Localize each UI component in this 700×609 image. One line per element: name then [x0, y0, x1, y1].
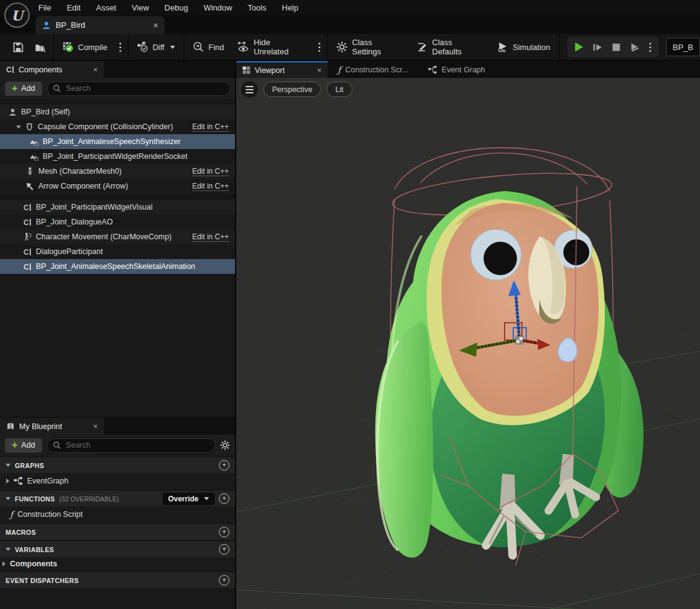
class-settings-button[interactable]: Class Settings — [330, 34, 410, 60]
viewport-tab[interactable]: Viewport × — [236, 61, 328, 78]
browse-asset-button[interactable] — [29, 34, 51, 60]
my-blueprint-toolbar: +Add — [0, 435, 235, 456]
add-event-dispatcher-button[interactable]: + — [219, 575, 229, 586]
component-row-widget-visual[interactable]: C BP_Joint_ParticipantWidgetVisual — [0, 200, 235, 215]
add-function-button[interactable]: + — [219, 493, 229, 504]
expander-right-icon[interactable] — [2, 561, 6, 566]
my-blueprint-search-input[interactable] — [65, 440, 209, 450]
event-graph-tab[interactable]: Event Graph — [418, 61, 495, 78]
menu-view[interactable]: View — [132, 3, 149, 12]
override-dropdown[interactable]: Override — [163, 493, 215, 505]
add-macro-button[interactable]: + — [219, 527, 229, 537]
compile-options-kebab[interactable] — [114, 34, 126, 60]
plus-icon: + — [12, 440, 17, 450]
arrow-component-icon — [26, 182, 34, 190]
find-icon — [193, 41, 204, 53]
class-defaults-button[interactable]: Class Defaults — [410, 34, 490, 60]
edit-in-cpp-link[interactable]: Edit in C++ — [192, 182, 229, 191]
lit-dropdown[interactable]: Lit — [327, 82, 352, 97]
save-button[interactable] — [7, 34, 29, 60]
components-tree: BP_Bird (Self) Capsule Component (Collis… — [0, 99, 235, 274]
bird-left-eye — [471, 229, 521, 280]
frame-skip-button[interactable] — [589, 36, 607, 57]
my-blueprint-tab-close-icon[interactable]: × — [93, 422, 98, 431]
expander-down-icon — [6, 497, 11, 500]
viewport-menu-button[interactable] — [241, 81, 258, 98]
unreal-logo-icon[interactable]: U — [4, 2, 30, 28]
edit-in-cpp-link[interactable]: Edit in C++ — [192, 232, 229, 242]
find-button[interactable]: Find — [186, 34, 231, 60]
blueprint-component-icon: C — [23, 248, 32, 256]
viewport-3d-scene[interactable]: Perspective Lit — [236, 78, 700, 609]
variables-components-category-row[interactable]: Components — [0, 557, 235, 571]
menu-tools[interactable]: Tools — [247, 3, 266, 12]
menu-edit[interactable]: Edit — [67, 3, 80, 12]
diff-button[interactable]: Diff — [130, 34, 182, 60]
component-row-bp-bird-self[interactable]: BP_Bird (Self) — [0, 104, 235, 119]
simulation-button[interactable]: Simulation — [490, 34, 557, 60]
diff-icon — [137, 41, 148, 53]
component-row-dialogue-ao[interactable]: C BP_Joint_DialogueAO — [0, 215, 235, 229]
construction-script-row[interactable]: ƒ Construction Script — [0, 506, 235, 522]
component-row-arrow[interactable]: Arrow Component (Arrow) Edit in C++ — [0, 179, 235, 194]
compile-button[interactable]: Compile — [56, 34, 114, 60]
components-search-input[interactable] — [65, 83, 224, 93]
menu-help[interactable]: Help — [282, 3, 299, 12]
viewport-controls: Perspective Lit — [241, 81, 352, 98]
add-component-label: Add — [21, 84, 35, 93]
components-panel: C Components × +Add BP_Bird (Self) — [0, 61, 235, 417]
construction-script-tab[interactable]: ƒ Construction Scr... — [328, 61, 418, 78]
eject-button[interactable] — [626, 36, 644, 57]
add-variable-button[interactable]: + — [219, 544, 229, 555]
add-graph-button[interactable]: + — [219, 460, 229, 471]
menu-window[interactable]: Window — [203, 3, 232, 12]
graphs-section-header[interactable]: GRAPHS + — [0, 458, 235, 473]
asset-tab-bp-bird[interactable]: BP_Bird × — [36, 16, 164, 34]
stop-icon — [612, 43, 620, 51]
eventgraph-row[interactable]: EventGraph — [0, 473, 235, 489]
components-tab[interactable]: C Components × — [0, 61, 104, 78]
menu-file[interactable]: File — [38, 3, 51, 12]
hide-unrelated-button[interactable]: Hide Unrelated — [231, 34, 314, 60]
components-tab-close-icon[interactable]: × — [93, 65, 98, 74]
variables-section-header[interactable]: VARIABLES + — [0, 542, 235, 557]
components-search[interactable] — [47, 82, 230, 96]
my-blueprint-tab[interactable]: My Blueprint × — [0, 418, 104, 435]
add-blueprint-item-button[interactable]: +Add — [5, 438, 42, 453]
component-row-dialogue-participant[interactable]: C DialogueParticipant — [0, 244, 235, 259]
edit-in-cpp-link[interactable]: Edit in C++ — [192, 167, 229, 176]
expander-down-icon — [6, 464, 11, 467]
expander-down-icon[interactable] — [16, 126, 21, 129]
component-row-mesh[interactable]: Mesh (CharacterMesh0) Edit in C++ — [0, 164, 235, 179]
components-empty-area — [0, 274, 235, 417]
debug-object-selector[interactable]: BP_B — [666, 38, 700, 56]
perspective-dropdown[interactable]: Perspective — [263, 82, 321, 97]
macros-section-header[interactable]: MACROS + — [0, 524, 235, 540]
my-blueprint-search[interactable] — [47, 438, 215, 453]
eject-icon — [630, 43, 639, 52]
expander-right-icon[interactable] — [6, 479, 9, 483]
component-row-widget-render-socket[interactable]: BP_Joint_ParticipantWidgetRenderSocket — [0, 149, 235, 164]
add-component-button[interactable]: +Add — [5, 82, 42, 96]
menu-asset[interactable]: Asset — [96, 3, 116, 12]
class-defaults-icon — [417, 41, 428, 53]
component-row-capsule[interactable]: Capsule Component (CollisionCylinder) Ed… — [0, 119, 235, 134]
bird-left-wing — [375, 321, 433, 558]
component-row-speech-skeletal-animation[interactable]: C BP_Joint_AnimaleseSpeechSkeletalAnimat… — [0, 259, 235, 274]
component-row-character-movement[interactable]: Character Movement (CharMoveComp) Edit i… — [0, 229, 235, 244]
stop-button[interactable] — [607, 36, 626, 57]
edit-in-cpp-link[interactable]: Edit in C++ — [192, 122, 229, 132]
hide-unrelated-options-kebab[interactable] — [314, 34, 325, 60]
asset-tab-close-icon[interactable]: × — [153, 20, 158, 30]
viewport-tab-close-icon[interactable]: × — [317, 66, 322, 75]
event-dispatchers-section-header[interactable]: EVENT DISPATCHERS + — [0, 573, 235, 588]
simulation-label: Simulation — [513, 43, 550, 52]
component-row-speech-synthesizer[interactable]: BP_Joint_AnimaleseSpeechSynthesizer — [0, 134, 235, 149]
play-button[interactable] — [570, 36, 589, 57]
play-options-kebab[interactable] — [644, 34, 656, 60]
menu-debug[interactable]: Debug — [164, 3, 188, 12]
filter-gear-icon[interactable] — [220, 440, 230, 450]
functions-section-header[interactable]: FUNCTIONS (32 OVERRIDABLE) Override + — [0, 491, 235, 506]
hide-unrelated-icon — [237, 41, 249, 53]
expander-down-icon — [6, 548, 11, 551]
